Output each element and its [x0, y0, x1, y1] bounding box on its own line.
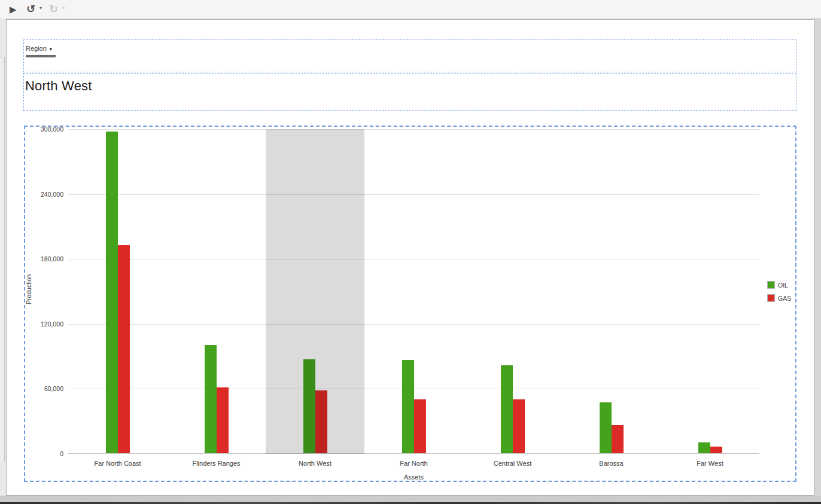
y-axis-tick-label: 300,000: [22, 126, 63, 133]
legend-swatch-oil: [767, 281, 775, 289]
x-axis-category-label: Barossa: [564, 460, 659, 467]
chevron-down-icon[interactable]: ▼: [48, 47, 53, 52]
bar-oil[interactable]: [501, 365, 513, 453]
bar-gas[interactable]: [414, 399, 426, 454]
legend-label: GAS: [778, 295, 791, 302]
plot-area[interactable]: 060,000120,000180,000240,000300,000Far N…: [68, 129, 759, 454]
bar-oil[interactable]: [698, 442, 710, 453]
report-title-text: North West: [25, 78, 92, 93]
gridline: [68, 194, 759, 195]
redo-dropdown-caret-icon: ▾: [62, 5, 65, 11]
undo-dropdown-caret-icon[interactable]: ▾: [39, 5, 42, 11]
legend-label: OIL: [778, 282, 788, 289]
report-design-surface[interactable]: Region▼ North West 060,000120,000180,000…: [6, 19, 814, 496]
collapsed-pane-strip[interactable]: [0, 57, 5, 462]
right-gutter: [814, 18, 821, 496]
y-axis-tick-label: 60,000: [22, 385, 63, 392]
bar-oil[interactable]: [205, 345, 217, 453]
bar-gas[interactable]: [118, 245, 130, 453]
y-axis-tick-label: 0: [22, 450, 63, 457]
gridline: [68, 259, 759, 259]
bar-oil[interactable]: [106, 132, 118, 453]
chart-legend[interactable]: OILGAS: [767, 281, 791, 307]
preview-toolbar: ▶ ↺ ▾ ↻ ▾: [0, 0, 821, 18]
x-axis-category-label: Far North: [366, 460, 462, 467]
x-axis-category-label: North West: [267, 460, 363, 467]
y-axis-title: Production: [25, 248, 32, 331]
highlighted-category-band: [266, 129, 364, 454]
gridline: [68, 324, 759, 325]
parameter-panel[interactable]: Region▼: [23, 39, 796, 72]
legend-item[interactable]: OIL: [767, 281, 791, 289]
bar-chart-container[interactable]: 060,000120,000180,000240,000300,000Far N…: [24, 126, 796, 482]
x-axis-category-label: Central West: [465, 460, 561, 467]
parameter-dropdown-control[interactable]: [26, 55, 56, 57]
gridline: [68, 129, 759, 130]
x-axis-category-label: Far North Coast: [70, 460, 166, 467]
run-report-button[interactable]: ▶: [10, 2, 17, 17]
report-title-textbox[interactable]: North West: [23, 73, 796, 111]
bar-gas[interactable]: [513, 399, 525, 454]
redo-icon: ↻: [49, 1, 58, 17]
undo-icon[interactable]: ↺: [26, 1, 35, 17]
legend-item[interactable]: GAS: [767, 294, 791, 302]
x-axis-title: Assets: [68, 474, 759, 481]
bar-gas[interactable]: [710, 447, 722, 453]
legend-swatch-gas: [767, 294, 775, 302]
bottom-gutter: [0, 496, 821, 502]
bar-oil[interactable]: [402, 360, 414, 453]
bar-oil[interactable]: [600, 402, 612, 453]
x-axis-category-label: Far West: [662, 460, 758, 467]
report-designer-window: ▶ ↺ ▾ ↻ ▾ Region▼ North West 060,000120,…: [0, 0, 821, 504]
gridline: [68, 389, 759, 389]
bar-gas[interactable]: [217, 387, 229, 453]
bar-gas[interactable]: [612, 425, 624, 453]
x-axis-category-label: Flinders Ranges: [169, 460, 264, 467]
y-axis-tick-label: 240,000: [22, 191, 63, 198]
parameter-label: Region: [26, 45, 47, 52]
